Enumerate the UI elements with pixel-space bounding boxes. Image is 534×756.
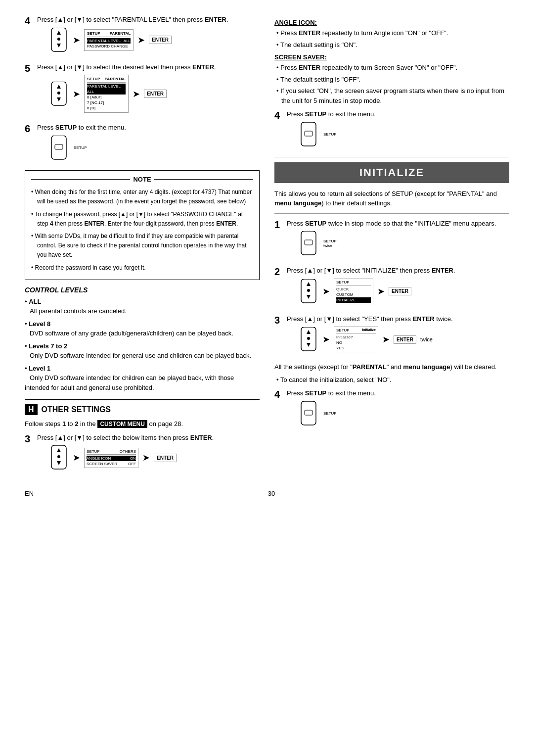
footer-center: – 30 – — [263, 490, 280, 497]
svg-rect-9 — [55, 144, 63, 149]
enter-button-1: ENTER — [149, 36, 172, 44]
enter-button-4: ENTER — [389, 287, 411, 295]
levels7to2-label: Levels 7 to 2 — [29, 342, 67, 350]
level8-label: Level 8 — [29, 320, 50, 328]
init-step-2-diagram: ➤ SETUP QUICK CUSTOM INITIALIZE ➤ ENTER — [299, 279, 509, 304]
step-4-diagram: ➤ SETUP PARENTAL PARENTAL LEVEL ALL PASS… — [49, 28, 260, 52]
menu-initialize: INITIALIZE — [336, 297, 371, 303]
note-item-4: • Record the password in case you forget… — [31, 263, 253, 273]
init-no: NO — [336, 340, 376, 345]
menu-quick: QUICK — [336, 286, 371, 292]
step-5-enter: ENTER — [192, 63, 214, 71]
svg-point-21 — [307, 289, 310, 292]
enter-button-5: ENTER — [394, 335, 416, 344]
others-title: OTHERS — [120, 449, 136, 454]
arrow-2: ➤ — [73, 89, 80, 99]
init-initialize-label: Initialize — [362, 328, 376, 332]
init-step-1-diagram: SETUPtwice — [299, 231, 509, 256]
saver-bullet-1: Press ENTER repeatedly to turn Screen Sa… — [274, 63, 509, 73]
screen-saver-title: SCREEN SAVER: — [274, 53, 509, 61]
pl-row4: 6 [R] — [87, 105, 126, 111]
init-step-1: 1 Press SETUP twice in stop mode so that… — [274, 219, 509, 261]
step-4-number: 4 — [25, 15, 35, 27]
remote-icon-4 — [49, 445, 69, 470]
arrow-5: ➤ — [322, 334, 330, 345]
svg-marker-19 — [307, 282, 311, 286]
level1-label: Level 1 — [29, 365, 50, 372]
step-6-number: 6 — [25, 123, 35, 135]
init-question: Initialize? — [336, 334, 376, 340]
step-5-diagram: ➤ SETUP PARENTAL PARENTAL LEVEL ALL 8 [A… — [49, 75, 260, 113]
level1-desc: Only DVD software intended for children … — [25, 374, 234, 391]
step-6-content: Press SETUP to exit the menu. SETUP — [37, 123, 260, 165]
svg-rect-27 — [305, 410, 312, 415]
saver-bullet-2: The default setting is "OFF". — [274, 75, 509, 85]
pl-row3: 7 [NC-17] — [87, 100, 126, 105]
right-column: ANGLE ICON: Press ENTER repeatedly to tu… — [274, 15, 509, 480]
angle-icon-title: ANGLE ICON: — [274, 19, 509, 26]
init-step-2-text: Press [▲] or [▼] to select "INITIALIZE" … — [287, 266, 509, 276]
step-5-block: 5 Press [▲] or [▼] to select the desired… — [25, 62, 260, 118]
svg-marker-1 — [57, 31, 61, 35]
step-4-block: 4 Press [▲] or [▼] to select "PARENTAL L… — [25, 15, 260, 57]
init-step-3-text: Press [▲] or [▼] to select "YES" then pr… — [287, 314, 509, 324]
control-level8: • Level 8 DVD software of any grade (adu… — [25, 319, 260, 338]
others-setup: SETUP — [87, 449, 100, 454]
note-box: NOTE • When doing this for the first tim… — [25, 170, 260, 280]
twice-2-label: twice — [420, 336, 433, 342]
initialize-banner: INITIALIZE — [274, 162, 509, 183]
step-4-right: 4 Press SETUP to exit the menu. SETUP — [274, 109, 509, 152]
arrow-enter-1: ➤ — [137, 35, 145, 46]
saver-val: OFF — [128, 462, 136, 466]
remote-icon-6 — [299, 231, 318, 256]
step-5-text: Press [▲] or [▼] to select the desired l… — [37, 62, 260, 72]
screen-saver-section: SCREEN SAVER: Press ENTER repeatedly to … — [274, 53, 509, 105]
init-yes: YES — [336, 345, 376, 351]
saver-bullet-3: If you select "ON", the screen saver pro… — [274, 86, 509, 105]
screen-col1: SETUP — [87, 31, 100, 36]
step-3-other-num: 3 — [25, 433, 35, 445]
setup-label-init1: SETUPtwice — [323, 239, 337, 248]
init-confirm-screen: SETUP Initialize Initialize? NO YES — [334, 327, 378, 352]
others-screen: SETUP OTHERS ANGLE ICON ON SCREEN SAVER … — [84, 448, 138, 468]
init-setup: SETUP — [336, 328, 350, 332]
enter-button-2: ENTER — [144, 90, 167, 98]
step-3-other-enter: ENTER — [190, 434, 212, 441]
init-step-1-text: Press SETUP twice in stop mode so that t… — [287, 219, 509, 229]
setup-label-4r: SETUP — [323, 132, 337, 137]
init-step-3: 3 Press [▲] or [▼] to select "YES" then … — [274, 314, 509, 358]
arrow-enter-2: ➤ — [133, 89, 140, 99]
remote-icon-7 — [299, 279, 318, 304]
init-step-4-text: Press SETUP to exit the menu. — [287, 388, 509, 398]
control-all: • ALL All parental controls are canceled… — [25, 297, 260, 316]
step-3-other-text: Press [▲] or [▼] to select the below ite… — [37, 433, 260, 443]
page-container: 4 Press [▲] or [▼] to select "PARENTAL L… — [25, 15, 509, 480]
step-3-other-content: Press [▲] or [▼] to select the below ite… — [37, 433, 260, 475]
control-levels7to2: • Levels 7 to 2 Only DVD software intend… — [25, 341, 260, 361]
step-4-content: Press [▲] or [▼] to select "PARENTAL LEV… — [37, 15, 260, 57]
h-box: H — [25, 404, 38, 415]
svg-marker-20 — [307, 295, 311, 299]
svg-rect-17 — [305, 240, 312, 245]
init-step-2-num: 2 — [274, 266, 284, 278]
note-item-2: • To change the password, press [▲] or [… — [31, 210, 253, 229]
init-step-4-content: Press SETUP to exit the menu. SETUP — [287, 388, 509, 431]
svg-marker-24 — [307, 343, 311, 347]
arrow-enter-4: ➤ — [377, 286, 385, 297]
svg-point-13 — [57, 455, 60, 458]
svg-marker-23 — [307, 330, 311, 334]
init-step-4: 4 Press SETUP to exit the menu. SETUP — [274, 388, 509, 431]
enter-button-3: ENTER — [154, 454, 177, 462]
other-settings-title: OTHER SETTINGS — [42, 405, 111, 414]
pl-row1: ALL — [87, 89, 126, 94]
pl-col2: PARENTAL — [105, 77, 126, 81]
svg-marker-6 — [57, 97, 61, 101]
step-6-setup: SETUP — [55, 124, 77, 131]
twice-1: twice — [323, 243, 332, 248]
arrow-3: ➤ — [73, 452, 80, 463]
init-all-cleared-text: All the settings (except for "PARENTAL" … — [274, 362, 509, 372]
init-step-1-content: Press SETUP twice in stop mode so that t… — [287, 219, 509, 261]
menu-custom: CUSTOM — [336, 292, 371, 297]
init-step-1-num: 1 — [274, 219, 284, 231]
angle-bullet-2: The default setting is "ON". — [274, 40, 509, 50]
